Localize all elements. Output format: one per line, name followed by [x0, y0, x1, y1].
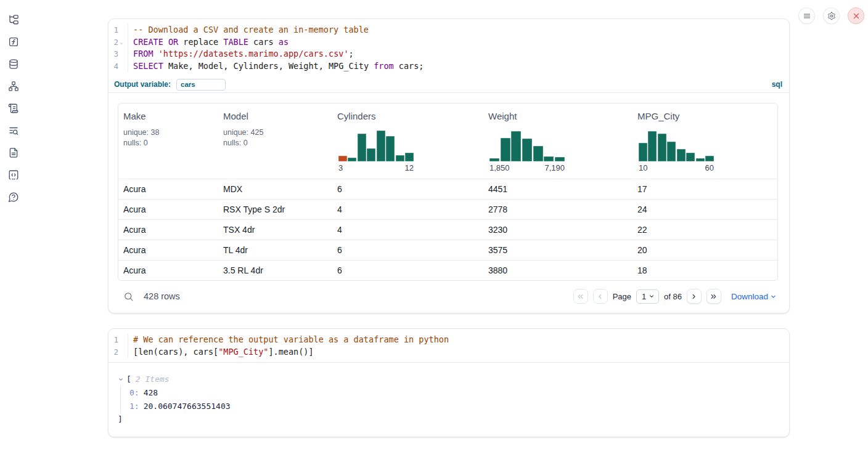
page-select[interactable]: 1: [636, 289, 659, 304]
first-page-button[interactable]: [573, 289, 588, 304]
code-line: 1# We can reference the output variable …: [108, 334, 789, 346]
sidebar-snippets-button[interactable]: [0, 164, 27, 186]
column-stats: unique: 425nulls: 0: [223, 127, 327, 148]
row-count: 428 rows: [144, 291, 180, 301]
table-cell: 6: [332, 245, 483, 255]
table-cell: 2778: [483, 204, 633, 214]
last-page-button[interactable]: [706, 289, 721, 304]
column-label: Weight: [488, 111, 628, 121]
close-bracket: ]: [118, 413, 779, 426]
page-label: Page: [613, 292, 631, 301]
line-number: 2: [108, 346, 128, 358]
table-cell: TSX 4dr: [218, 225, 332, 235]
output-variable-input[interactable]: [176, 79, 226, 91]
table-cell: 17: [633, 184, 777, 194]
column-histogram[interactable]: 1,8507,190: [489, 129, 565, 172]
code-text: [len(cars), cars["MPG_City"].mean()]: [128, 346, 314, 358]
histogram-bar: [522, 139, 532, 161]
open-bracket: [: [126, 373, 131, 386]
table-row[interactable]: AcuraTL 4dr6357520: [118, 240, 777, 260]
close-button[interactable]: [848, 7, 864, 24]
table-row[interactable]: AcuraTSX 4dr4323022: [118, 219, 777, 240]
histogram-bar: [348, 158, 356, 161]
settings-button[interactable]: [823, 7, 840, 24]
code-line: 2[len(cars), cars["MPG_City"].mean()]: [108, 346, 789, 358]
menu-icon: [803, 12, 811, 20]
table-cell: MDX: [218, 184, 332, 194]
column-header-cylinders[interactable]: Cylinders312: [332, 103, 483, 179]
table-cell: 3230: [483, 225, 633, 235]
table-cell: Acura: [118, 245, 218, 255]
column-label: MPG_City: [637, 111, 772, 121]
line-number: 2⌄: [108, 36, 128, 49]
line-number: 3: [108, 48, 128, 60]
table-footer: 428 rows Page 1 of 86 Download: [118, 285, 778, 308]
column-histogram[interactable]: 312: [338, 129, 414, 172]
table-cell: 22: [633, 225, 777, 235]
code-line: 1-- Download a CSV and create an in-memo…: [108, 24, 789, 36]
column-label: Make: [123, 111, 213, 121]
sidebar-functions-button[interactable]: [0, 31, 27, 53]
column-header-mpg_city[interactable]: MPG_City1060: [633, 103, 777, 179]
previous-page-button[interactable]: [593, 289, 608, 304]
documentation-icon: [8, 147, 19, 158]
chevrons-right-icon: [710, 293, 718, 301]
histogram-range-labels: 312: [338, 163, 414, 172]
column-header-make[interactable]: Makeunique: 38nulls: 0: [118, 103, 218, 179]
output-list-item: 1:20.060747663551403: [129, 400, 779, 413]
histogram-bar: [705, 156, 714, 161]
chevron-down-icon: [770, 293, 777, 300]
python-output: [ 2 Items 0:4281:20.060747663551403 ]: [108, 363, 789, 437]
snippets-icon: [8, 169, 19, 180]
histogram-bar: [405, 153, 414, 161]
histogram-bar: [648, 131, 657, 161]
column-histogram[interactable]: 1060: [639, 129, 714, 172]
items-count-label: 2 Items: [136, 373, 170, 386]
database-icon: [8, 59, 19, 70]
table-cell: 3575: [483, 245, 633, 255]
table-row[interactable]: AcuraMDX6445117: [118, 179, 777, 199]
histogram-bar: [555, 157, 565, 161]
histogram-bar: [358, 134, 366, 161]
table-row[interactable]: Acura3.5 RL 4dr6388018: [118, 260, 777, 280]
code-text: CREATE OR replace TABLE cars as: [128, 36, 289, 49]
sidebar-logs-button[interactable]: [0, 97, 27, 119]
column-header-weight[interactable]: Weight1,8507,190: [483, 103, 633, 179]
code-text: -- Download a CSV and create an in-memor…: [128, 24, 369, 36]
line-number: 4: [108, 60, 128, 73]
sidebar-list-search-button[interactable]: [0, 119, 27, 142]
next-page-button[interactable]: [687, 289, 702, 304]
output-tree-header[interactable]: [ 2 Items: [118, 373, 779, 386]
sql-code-editor[interactable]: 1-- Download a CSV and create an in-memo…: [108, 19, 789, 76]
histogram-bar: [677, 149, 686, 161]
table-row[interactable]: AcuraRSX Type S 2dr4277824: [118, 199, 777, 219]
line-number: 1: [108, 24, 128, 36]
column-header-model[interactable]: Modelunique: 425nulls: 0: [218, 103, 332, 179]
chevron-left-icon: [596, 293, 604, 301]
sidebar-file-tree-button[interactable]: [0, 9, 27, 31]
help-icon: [8, 192, 19, 203]
language-badge: sql: [772, 80, 782, 89]
item-value: 20.060747663551403: [144, 402, 231, 411]
column-label: Model: [223, 111, 327, 121]
table-cell: 4451: [483, 184, 633, 194]
download-button[interactable]: Download: [731, 292, 777, 301]
sidebar-documentation-button[interactable]: [0, 142, 27, 164]
chevron-right-icon: [690, 293, 698, 301]
menu-button[interactable]: [798, 7, 815, 24]
sidebar-database-button[interactable]: [0, 53, 27, 75]
item-index: 0:: [129, 388, 139, 397]
fold-chevron-icon[interactable]: ⌄: [120, 36, 125, 49]
histogram-bar: [658, 134, 666, 161]
line-number: 1: [108, 334, 128, 346]
sidebar-dependency-graph-button[interactable]: [0, 75, 27, 97]
output-variable-row: Output variable: sql: [108, 76, 789, 93]
search-icon[interactable]: [123, 291, 134, 302]
python-code-editor[interactable]: 1# We can reference the output variable …: [108, 329, 789, 362]
histogram-bar: [489, 158, 499, 161]
functions-icon: [8, 36, 19, 47]
pagination: Page 1 of 86 Download: [573, 289, 777, 304]
table-header-row: Makeunique: 38nulls: 0Modelunique: 425nu…: [118, 103, 777, 179]
table-cell: 3880: [483, 265, 633, 275]
sidebar-help-button[interactable]: [0, 186, 27, 208]
